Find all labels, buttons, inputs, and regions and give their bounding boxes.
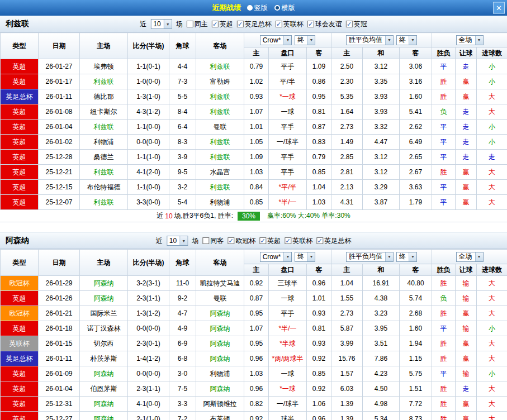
league-filter[interactable]: 英冠 [346,20,367,29]
close-button[interactable]: ✕ [493,2,505,14]
avg-away: 1.51 [400,381,432,397]
corners: 5-5 [169,89,196,104]
filter-bar: 近10▼场同客欧冠杯英超英联杯英足总杯 [156,236,351,246]
away-team: 利兹联 [196,104,244,120]
avg-odds-select[interactable]: 胜平负均值▼ [346,35,394,45]
match-date: 26-01-11 [39,351,80,366]
home-team: 利兹联 [80,74,128,89]
league-badge: 英超 [1,135,39,150]
result-goals: 小 [477,74,507,89]
avg-away: 3.06 [400,59,432,74]
checkbox-icon[interactable] [202,237,209,244]
checkbox-icon[interactable] [285,237,291,244]
away-odds: 0.93 [307,306,331,321]
avg-odds-select[interactable]: 胜平负均值▼ [346,252,394,262]
scope-select[interactable]: 全场▼ [456,35,484,45]
avg-final-select[interactable]: 终▼ [396,35,417,45]
match-date: 26-01-11 [39,89,80,104]
league-filter[interactable]: 同客 [202,236,224,246]
radio-icon[interactable] [247,5,253,11]
avg-away: 2.65 [400,150,432,165]
league-filter[interactable]: 英足总杯 [237,20,272,29]
score: 1-4(1-2) [128,351,169,366]
avg-away: 5.75 [400,366,432,381]
corners: 11-0 [169,276,196,291]
bookmaker-final-select[interactable]: 终▼ [295,35,315,45]
match-count-select[interactable]: 10▼ [167,236,188,246]
layout-toggle: 竖版横版 [247,3,295,13]
score: 3-2(3-1) [128,276,169,291]
checkbox-icon[interactable] [187,21,193,27]
result-handicap: 赢 [456,180,477,195]
avg-draw: 3.35 [363,74,400,89]
avg-final-select[interactable]: 终▼ [396,252,417,262]
chevron-down-icon: ▼ [475,36,483,45]
home-team: 朴茨茅斯 [80,351,128,366]
away-odds: 0.95 [307,89,331,104]
away-team: 曼联 [196,120,244,135]
league-filter[interactable]: 同主 [187,20,208,29]
checkbox-icon[interactable] [346,21,353,27]
result-handicap: 走 [456,381,477,397]
away-odds: 0.86 [307,74,331,89]
handicap: *一球 [269,381,307,397]
result-wdl: 胜 [432,306,456,321]
league-filter[interactable]: 球会友谊 [307,20,342,29]
avg-away: 40.80 [400,276,432,291]
match-date: 26-01-17 [39,74,80,89]
league-filter-label: 英超 [267,236,281,246]
match-count-select[interactable]: 10▼ [150,19,172,29]
away-odds: 0.93 [307,336,331,351]
match-date: 25-12-21 [39,165,80,180]
layout-option-horizontal[interactable]: 横版 [274,3,295,13]
checkbox-icon[interactable] [259,237,266,244]
result-handicap: 赢 [456,165,477,180]
score: 1-1(0-1) [128,59,169,74]
league-filter-label: 球会友谊 [315,20,342,29]
sub-column-header: 主 [244,264,269,276]
home-odds: 1.07 [244,104,269,120]
home-team: 阿森纳 [80,412,128,420]
away-team: 富勒姆 [196,74,244,89]
result-goals: 大 [477,397,507,412]
league-filter[interactable]: 英联杯 [285,236,312,246]
result-handicap: 赢 [456,306,477,321]
match-date: 26-01-26 [39,291,80,306]
home-odds: 1.02 [244,74,269,89]
checkbox-icon[interactable] [307,21,314,27]
league-filter[interactable]: 英超 [259,236,281,246]
checkbox-icon[interactable] [237,21,244,27]
league-filter[interactable]: 欧冠杯 [228,236,255,246]
league-filter[interactable]: 英超 [212,20,233,29]
bookmaker-select[interactable]: Crow*▼ [260,35,292,45]
league-filter-label: 英足总杯 [245,20,272,29]
league-filter-label: 同客 [210,236,224,246]
handicap: *两/两球半 [269,351,307,366]
games-label: 场 [176,20,183,29]
away-odds: 0.96 [307,412,331,420]
checkbox-icon[interactable] [276,21,282,27]
result-wdl: 平 [432,135,456,150]
bookmaker-final-select[interactable]: 终▼ [295,252,315,262]
layout-option-vertical[interactable]: 竖版 [247,3,268,13]
scope-select[interactable]: 全场▼ [456,252,484,262]
corners: 7-5 [169,381,196,397]
bookmaker-select[interactable]: Crow*▼ [260,252,292,262]
home-team: 阿森纳 [80,291,128,306]
result-goals: 大 [477,412,507,420]
checkbox-icon[interactable] [316,237,323,244]
near-label: 近 [140,20,146,29]
handicap: 平手 [269,59,307,74]
column-header: 主场 [80,250,128,276]
league-filter[interactable]: 英联杯 [276,20,304,29]
league-filter[interactable]: 英足总杯 [316,236,351,246]
select-value: 胜平负均值 [349,252,384,261]
home-team: 布伦特福德 [80,180,128,195]
checkbox-icon[interactable] [228,237,234,244]
radio-icon[interactable] [274,5,280,11]
match-row: 英超26-01-04伯恩茅斯2-3(1-1)7-5阿森纳0.96*一球0.926… [1,381,507,397]
checkbox-icon[interactable] [212,21,219,27]
avg-home: 4.31 [331,195,363,210]
avg-draw: 3.95 [363,321,400,336]
corners: 9-5 [169,165,196,180]
